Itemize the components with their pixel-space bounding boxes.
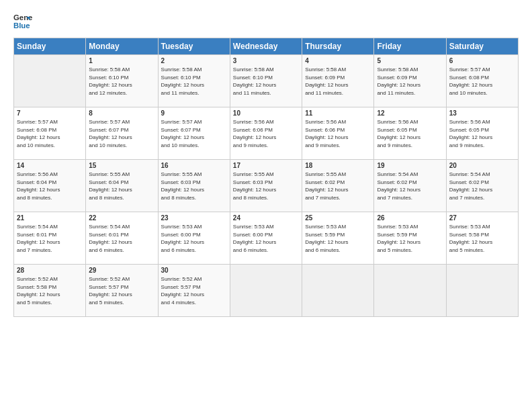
day-number: 14 xyxy=(17,162,83,169)
week-row-5: 28Sunrise: 5:52 AM Sunset: 5:58 PM Dayli… xyxy=(14,265,519,317)
calendar-cell: 19Sunrise: 5:54 AM Sunset: 6:02 PM Dayli… xyxy=(374,160,446,212)
calendar-cell xyxy=(230,265,302,317)
day-number: 22 xyxy=(89,214,154,222)
calendar-cell: 7Sunrise: 5:57 AM Sunset: 6:08 PM Daylig… xyxy=(14,107,86,160)
col-header-tuesday: Tuesday xyxy=(158,38,230,55)
cell-info: Sunrise: 5:55 AM Sunset: 6:03 PM Dayligh… xyxy=(161,171,227,201)
cell-info: Sunrise: 5:57 AM Sunset: 6:07 PM Dayligh… xyxy=(161,118,227,149)
day-number: 15 xyxy=(89,162,154,169)
calendar-cell: 21Sunrise: 5:54 AM Sunset: 6:01 PM Dayli… xyxy=(14,212,86,265)
cell-info: Sunrise: 5:54 AM Sunset: 6:01 PM Dayligh… xyxy=(89,223,154,254)
cell-info: Sunrise: 5:56 AM Sunset: 6:06 PM Dayligh… xyxy=(305,118,371,149)
svg-text:Blue: Blue xyxy=(13,21,30,30)
calendar-cell: 28Sunrise: 5:52 AM Sunset: 5:58 PM Dayli… xyxy=(14,265,86,317)
calendar-cell: 8Sunrise: 5:57 AM Sunset: 6:07 PM Daylig… xyxy=(86,107,158,160)
cell-info: Sunrise: 5:56 AM Sunset: 6:05 PM Dayligh… xyxy=(449,118,515,149)
calendar-cell: 22Sunrise: 5:54 AM Sunset: 6:01 PM Dayli… xyxy=(86,212,158,265)
cell-info: Sunrise: 5:58 AM Sunset: 6:10 PM Dayligh… xyxy=(89,66,154,97)
calendar-cell: 25Sunrise: 5:53 AM Sunset: 5:59 PM Dayli… xyxy=(302,212,374,265)
day-number: 29 xyxy=(89,267,154,274)
day-number: 9 xyxy=(161,109,227,117)
cell-info: Sunrise: 5:53 AM Sunset: 6:00 PM Dayligh… xyxy=(233,223,299,254)
calendar-cell: 2Sunrise: 5:58 AM Sunset: 6:10 PM Daylig… xyxy=(158,55,230,107)
col-header-saturday: Saturday xyxy=(446,38,518,55)
calendar-cell: 1Sunrise: 5:58 AM Sunset: 6:10 PM Daylig… xyxy=(86,55,158,107)
day-number: 2 xyxy=(161,57,227,64)
col-header-friday: Friday xyxy=(374,38,446,55)
calendar-cell: 12Sunrise: 5:56 AM Sunset: 6:05 PM Dayli… xyxy=(374,107,446,160)
cell-info: Sunrise: 5:58 AM Sunset: 6:10 PM Dayligh… xyxy=(233,66,299,97)
day-number: 10 xyxy=(233,109,299,117)
header-row: SundayMondayTuesdayWednesdayThursdayFrid… xyxy=(14,38,519,55)
calendar-cell: 3Sunrise: 5:58 AM Sunset: 6:10 PM Daylig… xyxy=(230,55,302,107)
day-number: 11 xyxy=(305,109,371,117)
day-number: 7 xyxy=(17,109,83,117)
day-number: 20 xyxy=(449,162,515,169)
cell-info: Sunrise: 5:58 AM Sunset: 6:09 PM Dayligh… xyxy=(377,66,443,97)
cell-info: Sunrise: 5:53 AM Sunset: 5:58 PM Dayligh… xyxy=(449,223,515,254)
calendar-cell: 17Sunrise: 5:55 AM Sunset: 6:03 PM Dayli… xyxy=(230,160,302,212)
cell-info: Sunrise: 5:52 AM Sunset: 5:58 PM Dayligh… xyxy=(17,275,83,306)
day-number: 27 xyxy=(449,214,515,222)
week-row-4: 21Sunrise: 5:54 AM Sunset: 6:01 PM Dayli… xyxy=(14,212,519,265)
cell-info: Sunrise: 5:55 AM Sunset: 6:03 PM Dayligh… xyxy=(233,171,299,201)
calendar-cell: 27Sunrise: 5:53 AM Sunset: 5:58 PM Dayli… xyxy=(446,212,518,265)
cell-info: Sunrise: 5:56 AM Sunset: 6:05 PM Dayligh… xyxy=(377,118,443,149)
calendar-cell: 14Sunrise: 5:56 AM Sunset: 6:04 PM Dayli… xyxy=(14,160,86,212)
cell-info: Sunrise: 5:57 AM Sunset: 6:07 PM Dayligh… xyxy=(89,118,154,149)
calendar-cell xyxy=(302,265,374,317)
day-number: 5 xyxy=(377,57,443,64)
calendar-cell xyxy=(14,55,86,107)
cell-info: Sunrise: 5:52 AM Sunset: 5:57 PM Dayligh… xyxy=(161,275,227,306)
calendar-cell: 10Sunrise: 5:56 AM Sunset: 6:06 PM Dayli… xyxy=(230,107,302,160)
cell-info: Sunrise: 5:52 AM Sunset: 5:57 PM Dayligh… xyxy=(89,275,154,306)
cell-info: Sunrise: 5:57 AM Sunset: 6:08 PM Dayligh… xyxy=(449,66,515,97)
col-header-sunday: Sunday xyxy=(14,38,86,55)
calendar-cell: 11Sunrise: 5:56 AM Sunset: 6:06 PM Dayli… xyxy=(302,107,374,160)
calendar-cell: 15Sunrise: 5:55 AM Sunset: 6:04 PM Dayli… xyxy=(86,160,158,212)
day-number: 8 xyxy=(89,109,154,117)
calendar-cell: 18Sunrise: 5:55 AM Sunset: 6:02 PM Dayli… xyxy=(302,160,374,212)
cell-info: Sunrise: 5:56 AM Sunset: 6:04 PM Dayligh… xyxy=(17,171,83,201)
day-number: 18 xyxy=(305,162,371,169)
day-number: 3 xyxy=(233,57,299,64)
calendar-cell: 6Sunrise: 5:57 AM Sunset: 6:08 PM Daylig… xyxy=(446,55,518,107)
calendar-table: SundayMondayTuesdayWednesdayThursdayFrid… xyxy=(13,38,519,317)
week-row-1: 1Sunrise: 5:58 AM Sunset: 6:10 PM Daylig… xyxy=(14,55,519,107)
day-number: 12 xyxy=(377,109,443,117)
cell-info: Sunrise: 5:55 AM Sunset: 6:02 PM Dayligh… xyxy=(305,171,371,201)
calendar-cell: 9Sunrise: 5:57 AM Sunset: 6:07 PM Daylig… xyxy=(158,107,230,160)
cell-info: Sunrise: 5:53 AM Sunset: 5:59 PM Dayligh… xyxy=(377,223,443,254)
page: General Blue SundayMondayTuesdayWednesda… xyxy=(0,0,532,324)
col-header-wednesday: Wednesday xyxy=(230,38,302,55)
day-number: 26 xyxy=(377,214,443,222)
col-header-thursday: Thursday xyxy=(302,38,374,55)
week-row-2: 7Sunrise: 5:57 AM Sunset: 6:08 PM Daylig… xyxy=(14,107,519,160)
calendar-cell: 23Sunrise: 5:53 AM Sunset: 6:00 PM Dayli… xyxy=(158,212,230,265)
day-number: 13 xyxy=(449,109,515,117)
cell-info: Sunrise: 5:53 AM Sunset: 5:59 PM Dayligh… xyxy=(305,223,371,254)
day-number: 30 xyxy=(161,267,227,274)
day-number: 21 xyxy=(17,214,83,222)
day-number: 16 xyxy=(161,162,227,169)
calendar-cell: 5Sunrise: 5:58 AM Sunset: 6:09 PM Daylig… xyxy=(374,55,446,107)
calendar-cell xyxy=(374,265,446,317)
logo-icon: General Blue xyxy=(13,12,32,31)
calendar-cell xyxy=(446,265,518,317)
day-number: 1 xyxy=(89,57,154,64)
day-number: 25 xyxy=(305,214,371,222)
cell-info: Sunrise: 5:58 AM Sunset: 6:09 PM Dayligh… xyxy=(305,66,371,97)
cell-info: Sunrise: 5:56 AM Sunset: 6:06 PM Dayligh… xyxy=(233,118,299,149)
cell-info: Sunrise: 5:57 AM Sunset: 6:08 PM Dayligh… xyxy=(17,118,83,149)
day-number: 28 xyxy=(17,267,83,274)
cell-info: Sunrise: 5:55 AM Sunset: 6:04 PM Dayligh… xyxy=(89,171,154,201)
calendar-cell: 30Sunrise: 5:52 AM Sunset: 5:57 PM Dayli… xyxy=(158,265,230,317)
header: General Blue xyxy=(13,12,519,31)
calendar-cell: 29Sunrise: 5:52 AM Sunset: 5:57 PM Dayli… xyxy=(86,265,158,317)
calendar-cell: 26Sunrise: 5:53 AM Sunset: 5:59 PM Dayli… xyxy=(374,212,446,265)
cell-info: Sunrise: 5:54 AM Sunset: 6:01 PM Dayligh… xyxy=(17,223,83,254)
cell-info: Sunrise: 5:54 AM Sunset: 6:02 PM Dayligh… xyxy=(449,171,515,201)
cell-info: Sunrise: 5:58 AM Sunset: 6:10 PM Dayligh… xyxy=(161,66,227,97)
cell-info: Sunrise: 5:54 AM Sunset: 6:02 PM Dayligh… xyxy=(377,171,443,201)
day-number: 4 xyxy=(305,57,371,64)
